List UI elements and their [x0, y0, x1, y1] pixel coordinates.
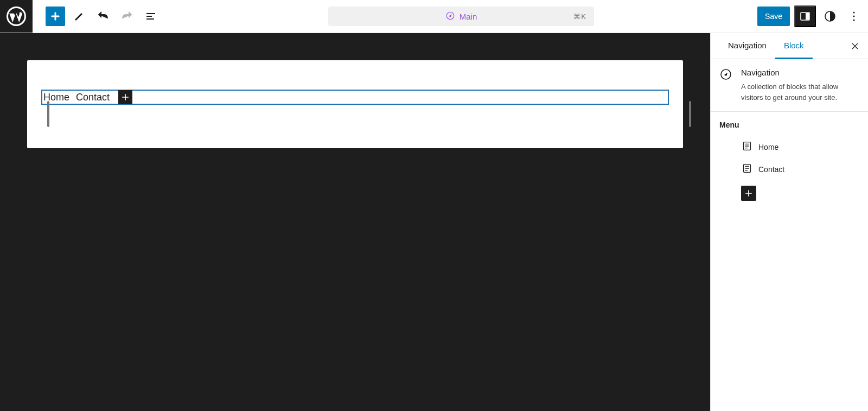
menu-item[interactable]: Home	[719, 136, 859, 158]
redo-button[interactable]	[117, 7, 137, 26]
tab-navigation[interactable]: Navigation	[719, 33, 775, 59]
settings-toggle-button[interactable]	[794, 5, 816, 27]
close-sidebar-button[interactable]	[848, 40, 861, 53]
block-description: A collection of blocks that allow visito…	[741, 81, 859, 103]
svg-point-7	[853, 19, 854, 21]
document-overview-button[interactable]	[141, 7, 161, 26]
tools-button[interactable]	[69, 7, 89, 26]
add-menu-item-button[interactable]	[741, 186, 756, 201]
undo-button[interactable]	[93, 7, 113, 26]
document-bar-shortcut: ⌘K	[573, 12, 586, 21]
sidebar-tabs: Navigation Block	[711, 33, 868, 59]
document-bar-label: Main	[459, 12, 477, 21]
settings-sidebar: Navigation Block Navigation A collection…	[710, 33, 868, 411]
compass-icon	[719, 68, 732, 103]
menu-item[interactable]: Contact	[719, 158, 859, 180]
block-inserter-button[interactable]	[46, 7, 65, 26]
block-title: Navigation	[741, 68, 859, 77]
editor-canvas-wrap: Home Contact	[0, 33, 710, 411]
resize-handle-left[interactable]	[47, 101, 49, 127]
tab-block[interactable]: Block	[775, 33, 813, 59]
menu-item-label: Home	[758, 143, 778, 151]
menu-heading: Menu	[719, 121, 859, 129]
menu-panel: Menu Home Contact	[711, 112, 868, 210]
svg-point-0	[8, 8, 25, 26]
resize-handle-right[interactable]	[689, 101, 691, 127]
add-nav-item-button[interactable]	[118, 90, 132, 104]
page-icon	[741, 140, 753, 154]
options-button[interactable]	[844, 7, 864, 26]
wp-logo-button[interactable]	[0, 0, 33, 33]
document-bar[interactable]: Main ⌘K	[328, 7, 594, 26]
nav-link-item[interactable]: Contact	[76, 90, 116, 105]
compass-icon	[445, 11, 455, 22]
save-button[interactable]: Save	[757, 7, 790, 26]
menu-item-label: Contact	[758, 165, 784, 174]
page-icon	[741, 162, 753, 176]
navigation-block[interactable]: Home Contact	[41, 90, 669, 105]
top-toolbar: Main ⌘K Save	[0, 0, 868, 33]
styles-button[interactable]	[820, 7, 840, 26]
svg-point-6	[853, 15, 854, 17]
svg-rect-3	[806, 13, 809, 20]
block-info-card: Navigation A collection of blocks that a…	[711, 59, 868, 112]
svg-point-5	[853, 11, 854, 13]
editor-canvas[interactable]: Home Contact	[27, 60, 683, 148]
